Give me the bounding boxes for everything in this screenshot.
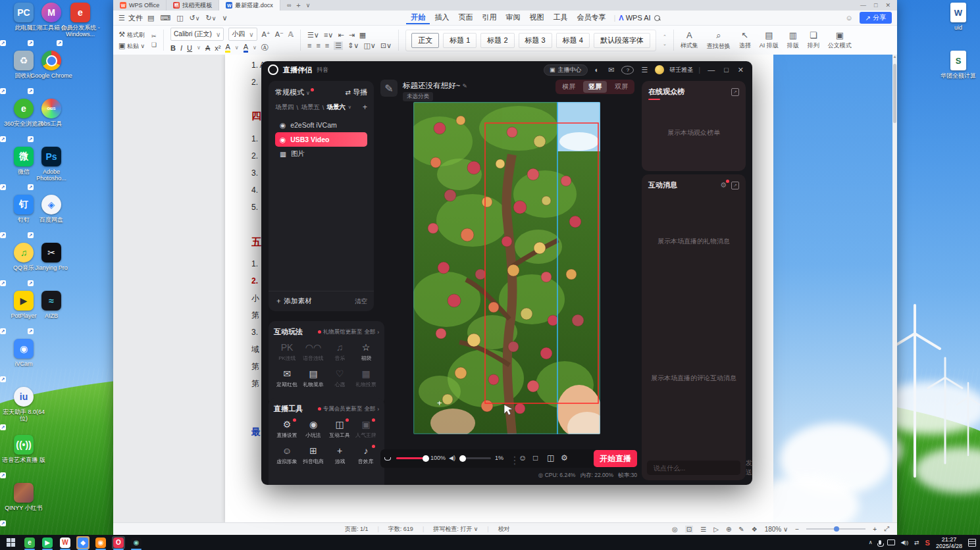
desktop-icon[interactable]: ◈ ↗ 百度网盘 <box>29 195 74 237</box>
clear-button[interactable]: 清空 <box>355 297 367 306</box>
window-close-button[interactable]: ✕ <box>885 2 890 9</box>
interact-feature[interactable]: ☆ 福袋 <box>353 343 379 362</box>
start-streaming-button[interactable]: 开始直播 <box>594 450 637 467</box>
video-preview[interactable]: + <box>413 102 600 434</box>
file-menu[interactable]: 文件 <box>128 13 143 23</box>
app-maximize-button[interactable]: □ <box>722 66 731 74</box>
ribbon-tool-button[interactable]: ↖ 选择 <box>739 30 751 50</box>
style-preset[interactable]: 默认段落字体 <box>594 33 650 48</box>
tool-feature[interactable]: ⊞ 抖音电商 <box>300 446 326 466</box>
font-color-icon[interactable]: A <box>244 43 248 53</box>
align-left-icon[interactable]: ≡ <box>307 41 311 49</box>
zoom-out-button[interactable]: − <box>795 526 799 533</box>
interact-feature[interactable]: PK PK连线 <box>274 343 300 362</box>
tool-feature[interactable]: ⚙ 直播设置 <box>274 420 300 439</box>
zoom-slider[interactable] <box>806 528 865 530</box>
line-spacing-icon[interactable]: ⇕∨ <box>348 41 359 50</box>
magnifier-icon[interactable]: ◎ <box>538 472 543 478</box>
desktop-icon[interactable]: W uid <box>936 3 980 45</box>
rank-title[interactable]: 在线观众榜 <box>648 87 684 97</box>
scrollbar-thumb[interactable] <box>893 64 896 123</box>
interact-feature[interactable]: ▦ 礼物投票 <box>353 369 379 389</box>
source-item-image[interactable]: ▦ 图片 <box>275 147 367 161</box>
format-painter-button[interactable]: ⚒ 格式刷 <box>118 30 144 39</box>
taskbar-app-icon[interactable]: ◉ <box>130 536 143 549</box>
play-view-icon[interactable]: ▷ <box>713 526 719 533</box>
ribbon-tool-button[interactable]: ▥ 排版 <box>787 30 799 50</box>
app-title-bar[interactable]: 直播伴侣 抖音 ▣ 主播中心 ◐ ✉ ? ☰ 研壬雅圣 | — □ ✕ <box>261 61 752 78</box>
interact-feature[interactable]: ♡ 心愿 <box>326 369 353 389</box>
chat-input[interactable] <box>652 464 742 472</box>
tool-feature[interactable]: ☺ 虚拟形象 <box>274 446 300 466</box>
feedback-icon[interactable]: ✉ <box>606 66 616 74</box>
layout-dual[interactable]: 双屏 <box>609 81 633 93</box>
taskbar-app-icon[interactable]: ◆ <box>76 536 90 549</box>
window-maximize-button[interactable]: □ <box>874 2 877 9</box>
app-minimize-button[interactable]: — <box>706 66 717 74</box>
justify-icon[interactable]: ☰ <box>334 41 343 50</box>
bold-icon[interactable]: B <box>170 44 176 52</box>
tool-feature[interactable]: ▣ 人气王牌 <box>353 420 379 439</box>
desktop-icon[interactable]: ◉ ↗ iVCam <box>1 339 46 381</box>
ribbon-tab[interactable]: 插入 <box>430 12 453 24</box>
text-direction-icon[interactable]: ▦ <box>359 31 366 39</box>
preview-icon[interactable]: ◫ <box>175 14 184 22</box>
ribbon-tool-button[interactable]: A 样式集 <box>681 30 698 50</box>
menu-icon[interactable]: ☰ <box>639 66 650 74</box>
tray-display-icon[interactable] <box>887 539 895 545</box>
tray-speaker-icon[interactable]: ◀)) <box>901 539 908 545</box>
zoom-slider-knob[interactable] <box>834 526 839 532</box>
account-icon[interactable]: ☺ <box>845 14 852 22</box>
page-view-icon[interactable]: ⊡ <box>685 526 693 533</box>
vertical-scrollbar[interactable]: ▲ <box>892 55 897 523</box>
search-icon[interactable] <box>654 15 660 21</box>
mic-volume-slider[interactable] <box>396 457 428 459</box>
speaker-volume-slider[interactable] <box>459 457 491 459</box>
interact-feature[interactable]: ◠◠ 语音连线 <box>300 343 326 362</box>
add-scene-button[interactable]: + <box>363 103 367 112</box>
shading-icon[interactable]: ◫∨ <box>363 41 375 50</box>
tool-feature[interactable]: ♪ 音效库 <box>353 446 379 466</box>
document-tab[interactable]: W WPS Office <box>113 0 167 11</box>
desktop-icon[interactable]: ✂ ↗ Jianying Pro <box>29 243 74 285</box>
tools-update-link[interactable]: 专属会员更新至 全部› <box>318 405 379 413</box>
interact-update-link[interactable]: 礼物展馆更新至 全部› <box>318 328 379 336</box>
font-size-select[interactable]: 小四∨ <box>228 28 257 41</box>
desktop-icon[interactable]: iu ↗ 宏天助手 8.0(64位) <box>1 387 46 429</box>
word-count[interactable]: 字数: 619 <box>388 525 413 534</box>
taskbar-app-icon[interactable]: W <box>59 536 72 549</box>
app-close-button[interactable]: ✕ <box>736 66 746 74</box>
tab-list-chevron-icon[interactable]: ∨ <box>306 2 311 9</box>
taskbar-app-icon[interactable]: ◉ <box>94 536 107 549</box>
style-scroll-up-icon[interactable]: ⌃ <box>663 34 667 39</box>
desktop-icon[interactable]: S 华团全额计算 <box>936 51 980 93</box>
style-preset[interactable]: 标题 2 <box>480 33 514 48</box>
beauty-icon[interactable]: ☺ <box>519 453 527 463</box>
scene-tab-5[interactable]: 场景五 <box>301 103 320 112</box>
interact-feature[interactable]: ♫ 音乐 <box>326 343 353 362</box>
ribbon-tab[interactable]: 开始 <box>406 12 430 24</box>
layout-landscape[interactable]: 横屏 <box>557 81 580 93</box>
scene-tab-6[interactable]: 场景六 <box>326 103 346 112</box>
proofread-button[interactable]: 校对 <box>498 525 510 534</box>
zoom-level[interactable]: 180% ∨ <box>765 526 788 533</box>
desktop-icon[interactable]: OBS ↗ obs工具 <box>29 99 74 141</box>
ribbon-tab[interactable]: 引用 <box>477 12 501 24</box>
ribbon-tab[interactable]: 页面 <box>453 12 477 24</box>
source-item-usb3-video[interactable]: ◉ USB3 Video <box>275 132 367 147</box>
taskbar-app-icon[interactable]: e <box>23 536 36 549</box>
avatar[interactable] <box>655 65 664 74</box>
interact-feature[interactable]: ✉ 定期红包 <box>274 369 300 389</box>
popout-icon[interactable]: ↗ <box>731 88 739 96</box>
settings-gear-icon[interactable]: ⚙ <box>561 453 568 463</box>
wps-ai-tab[interactable]: Λ WPS AI <box>619 14 650 22</box>
ribbon-tool-button[interactable]: ⌕ 查找替换 <box>707 30 731 51</box>
style-preset[interactable]: 标题 4 <box>556 33 590 48</box>
new-tab-button[interactable]: + <box>296 1 300 9</box>
border-icon[interactable]: ⊡∨ <box>380 41 392 50</box>
stream-title[interactable]: 标题还没有想好~ ✎ <box>403 81 467 91</box>
tray-expand-icon[interactable]: ∧ <box>869 539 873 545</box>
tool-feature[interactable]: + 游戏 <box>326 446 353 466</box>
desktop-icon[interactable]: ((•)) ↗ 语音艺术直播 版 <box>1 435 46 477</box>
interact-feature[interactable]: ▤ 礼物菜单 <box>300 369 326 389</box>
